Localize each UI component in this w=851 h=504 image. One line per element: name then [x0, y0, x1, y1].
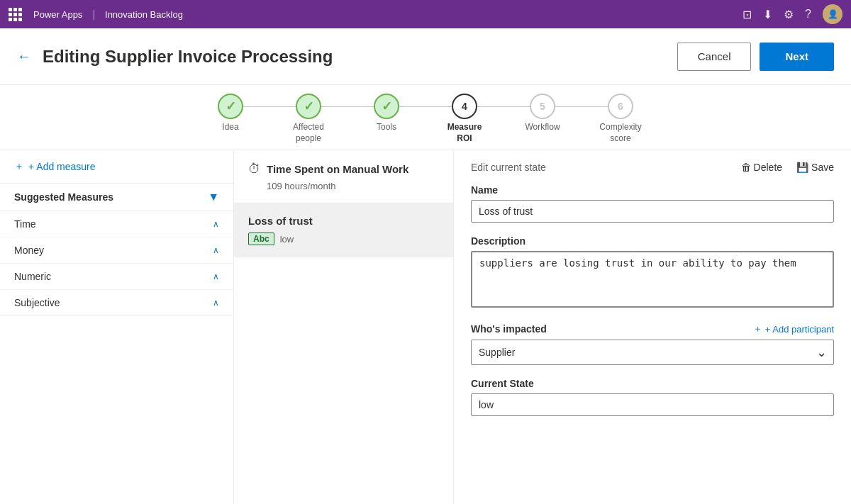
- current-state-label: Current State: [471, 378, 834, 389]
- whos-impacted-label: Who's impacted: [471, 323, 547, 335]
- topbar-icons: ⊡ ⬇ ⚙ ? 👤: [742, 4, 842, 24]
- sidebar-category-subjective[interactable]: Subjective∧: [0, 290, 233, 316]
- add-measure-label: + Add measure: [28, 161, 96, 172]
- step-label-3: Tools: [377, 122, 396, 133]
- measure-card-trust-header: Loss of trust: [248, 215, 439, 227]
- measure-card-trust-title: Loss of trust: [248, 215, 313, 227]
- save-icon: 💾: [796, 162, 808, 173]
- main-content: ＋ + Add measure Suggested Measures ▼ Tim…: [0, 150, 851, 504]
- category-label: Money: [14, 245, 44, 256]
- impacted-select-wrapper: Supplier Internal Team Customer Other ⌄: [471, 340, 834, 365]
- step-item-1: ✓Idea: [191, 94, 269, 133]
- whos-impacted-field-group: Who's impacted ＋ + Add participant Suppl…: [471, 323, 834, 365]
- add-participant-button[interactable]: ＋ + Add participant: [753, 323, 834, 335]
- time-icon: ⏱: [248, 162, 261, 177]
- chevron-up-icon: ∧: [213, 271, 219, 281]
- whos-impacted-row: Who's impacted ＋ + Add participant: [471, 323, 834, 335]
- download-icon[interactable]: ⬇: [763, 8, 772, 21]
- delete-button[interactable]: 🗑 Delete: [741, 162, 782, 173]
- plus-participant-icon: ＋: [753, 323, 762, 335]
- name-field-group: Name: [471, 184, 834, 223]
- apps-grid-icon[interactable]: [9, 8, 22, 21]
- measure-card-time-title: Time Spent on Manual Work: [267, 163, 408, 175]
- step-label-4: MeasureROI: [447, 122, 482, 144]
- filter-icon[interactable]: ▼: [208, 191, 219, 203]
- measure-card-trust[interactable]: Loss of trust Abc low: [234, 203, 453, 257]
- header-bar: ← Editing Supplier Invoice Processing Ca…: [0, 28, 851, 85]
- middle-panel: ⏱ Time Spent on Manual Work 109 hours/mo…: [234, 150, 454, 504]
- user-avatar[interactable]: 👤: [823, 4, 842, 24]
- delete-label: Delete: [754, 162, 782, 173]
- save-label: Save: [811, 162, 834, 173]
- next-button[interactable]: Next: [760, 43, 834, 71]
- edit-current-state-label: Edit current state: [471, 162, 546, 173]
- sidebar-categories: Time∧Money∧Numeric∧Subjective∧: [0, 211, 233, 316]
- step-label-6: Complexityscore: [599, 122, 641, 144]
- step-circle-6: 6: [608, 94, 633, 119]
- step-circle-3: ✓: [374, 94, 399, 119]
- trash-icon: 🗑: [741, 162, 751, 173]
- step-circle-5: 5: [530, 94, 555, 119]
- impacted-select[interactable]: Supplier Internal Team Customer Other: [471, 340, 834, 365]
- step-circle-4: 4: [452, 94, 477, 119]
- step-progress-bar: ✓Idea✓Affectedpeople✓Tools4MeasureROI5Wo…: [0, 85, 851, 150]
- edit-panel-top: Edit current state 🗑 Delete 💾 Save: [471, 162, 834, 173]
- header-actions: Cancel Next: [677, 43, 834, 71]
- step-label-1: Idea: [222, 122, 238, 133]
- help-icon[interactable]: ?: [805, 8, 811, 21]
- topbar-separator: |: [92, 9, 95, 20]
- step-item-2: ✓Affectedpeople: [269, 94, 347, 144]
- description-label: Description: [471, 235, 834, 247]
- app-name: Power Apps: [33, 9, 82, 20]
- trust-badge-value: low: [280, 234, 294, 245]
- add-participant-label: + Add participant: [765, 324, 834, 335]
- settings-icon[interactable]: ⚙: [784, 8, 794, 21]
- sidebar-category-money[interactable]: Money∧: [0, 237, 233, 264]
- save-button[interactable]: 💾 Save: [796, 162, 834, 173]
- measure-card-time[interactable]: ⏱ Time Spent on Manual Work 109 hours/mo…: [234, 150, 453, 203]
- step-item-4: 4MeasureROI: [425, 94, 504, 144]
- sidebar-category-numeric[interactable]: Numeric∧: [0, 264, 233, 290]
- step-item-6: 6Complexityscore: [582, 94, 660, 144]
- cancel-button[interactable]: Cancel: [677, 43, 752, 71]
- back-button[interactable]: ←: [17, 48, 31, 65]
- edit-actions: 🗑 Delete 💾 Save: [741, 162, 834, 173]
- step-circle-1: ✓: [218, 94, 243, 119]
- category-label: Subjective: [14, 297, 60, 308]
- step-item-3: ✓Tools: [347, 94, 425, 133]
- measure-card-time-subtitle: 109 hours/month: [267, 181, 439, 191]
- step-circle-2: ✓: [296, 94, 321, 119]
- topbar-section: Innovation Backlog: [105, 9, 183, 20]
- description-field-group: Description suppliers are losing trust i…: [471, 235, 834, 310]
- current-state-field-group: Current State: [471, 378, 834, 416]
- trust-badge-row: Abc low: [248, 233, 439, 245]
- chevron-up-icon: ∧: [213, 298, 219, 308]
- sidebar: ＋ + Add measure Suggested Measures ▼ Tim…: [0, 150, 234, 504]
- name-label: Name: [471, 184, 834, 196]
- chevron-up-icon: ∧: [213, 245, 219, 255]
- abc-badge: Abc: [248, 233, 274, 245]
- page-title: Editing Supplier Invoice Processing: [43, 47, 677, 67]
- suggested-measures-header: Suggested Measures ▼: [0, 184, 233, 211]
- step-label-5: Workflow: [525, 122, 560, 133]
- suggested-measures-title: Suggested Measures: [14, 191, 113, 203]
- step-label-2: Affectedpeople: [293, 122, 324, 144]
- add-measure-button[interactable]: ＋ + Add measure: [0, 150, 233, 184]
- name-input[interactable]: [471, 200, 834, 223]
- screen-icon[interactable]: ⊡: [742, 8, 752, 21]
- category-label: Time: [14, 218, 36, 230]
- description-textarea[interactable]: suppliers are losing trust in our abilit…: [471, 251, 834, 308]
- category-label: Numeric: [14, 271, 51, 282]
- current-state-input[interactable]: [471, 393, 834, 416]
- topbar: Power Apps | Innovation Backlog ⊡ ⬇ ⚙ ? …: [0, 0, 851, 28]
- sidebar-category-time[interactable]: Time∧: [0, 211, 233, 237]
- step-item-5: 5Workflow: [504, 94, 582, 133]
- edit-panel: Edit current state 🗑 Delete 💾 Save Name …: [454, 150, 851, 504]
- plus-icon: ＋: [14, 160, 24, 173]
- chevron-up-icon: ∧: [213, 219, 219, 229]
- measure-card-time-header: ⏱ Time Spent on Manual Work: [248, 162, 439, 177]
